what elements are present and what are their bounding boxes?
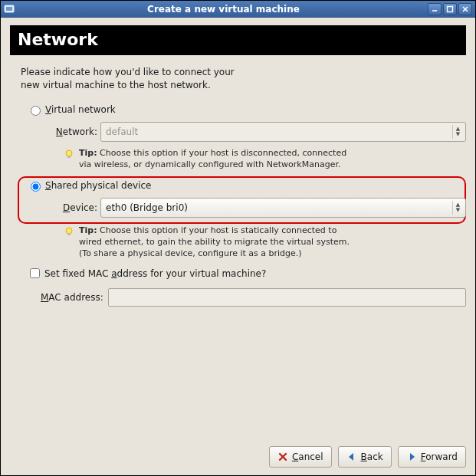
intro-text: Please indicate how you'd like to connec… <box>21 66 466 93</box>
arrow-right-icon <box>406 451 417 462</box>
option-virtual-network[interactable]: Virtual network <box>27 103 466 116</box>
dialog-body: Network Please indicate how you'd like t… <box>1 18 475 475</box>
virtual-network-field: Network: default ▲▼ <box>54 122 466 142</box>
option-shared-physical-label: Shared physical device <box>45 180 152 191</box>
close-button[interactable] <box>458 3 472 15</box>
tip-shared-physical: Tip: Choose this option if your host is … <box>64 225 466 260</box>
svg-rect-7 <box>67 156 70 158</box>
fixed-mac-checkbox[interactable] <box>30 268 40 278</box>
svg-point-8 <box>66 228 72 234</box>
lightbulb-icon <box>64 226 74 237</box>
cancel-button[interactable]: Cancel <box>269 446 332 468</box>
window-title: Create a new virtual machine <box>19 4 428 15</box>
svg-rect-1 <box>6 7 12 11</box>
network-combobox-value: default <box>106 126 138 137</box>
tip-virtual-network: Tip: Choose this option if your host is … <box>64 148 466 171</box>
svg-rect-3 <box>448 6 453 11</box>
svg-rect-9 <box>67 234 70 236</box>
intro-line2: new virtual machine to the host network. <box>21 80 211 90</box>
forward-button-label: Forward <box>421 451 458 462</box>
device-combobox[interactable]: eth0 (Bridge bri0) ▲▼ <box>100 198 466 218</box>
page-heading: Network <box>10 25 466 55</box>
fixed-mac-checkbox-row[interactable]: Set fixed MAC address for your virtual m… <box>27 266 466 281</box>
tip-shared-physical-text: Tip: Choose this option if your host is … <box>79 225 350 260</box>
device-field: Device: eth0 (Bridge bri0) ▲▼ <box>54 198 466 218</box>
svg-point-6 <box>66 150 72 156</box>
cancel-icon <box>277 451 288 462</box>
lightbulb-icon <box>64 149 74 159</box>
device-label: Device: <box>54 202 100 213</box>
radio-virtual-network[interactable] <box>31 106 41 116</box>
button-bar: Cancel Back Forward <box>10 438 466 468</box>
titlebar: Create a new virtual machine <box>1 1 475 18</box>
minimize-button[interactable] <box>428 3 442 15</box>
option-shared-physical[interactable]: Shared physical device <box>27 179 466 192</box>
maximize-button[interactable] <box>443 3 457 15</box>
window-controls <box>428 3 472 15</box>
combobox-spinner-icon: ▲▼ <box>452 125 463 139</box>
network-label: Network: <box>54 126 100 137</box>
option-virtual-network-label: Virtual network <box>45 104 116 115</box>
window-frame: Create a new virtual machine Network Ple… <box>0 0 476 476</box>
network-combobox: default ▲▼ <box>100 122 466 142</box>
back-button[interactable]: Back <box>338 446 392 468</box>
fixed-mac-label: Set fixed MAC address for your virtual m… <box>44 268 266 279</box>
app-icon <box>4 4 15 15</box>
back-button-label: Back <box>361 451 383 462</box>
device-combobox-value: eth0 (Bridge bri0) <box>106 202 188 213</box>
forward-button[interactable]: Forward <box>398 446 466 468</box>
tip-virtual-network-text: Tip: Choose this option if your host is … <box>79 148 346 171</box>
combobox-spinner-icon: ▲▼ <box>452 201 463 215</box>
radio-shared-physical[interactable] <box>31 182 41 192</box>
mac-address-label: MAC address: <box>41 292 103 303</box>
intro-line1: Please indicate how you'd like to connec… <box>21 67 235 77</box>
mac-address-field: MAC address: <box>41 288 466 307</box>
arrow-left-icon <box>346 451 357 462</box>
cancel-button-label: Cancel <box>292 451 323 462</box>
mac-address-input <box>108 288 466 307</box>
